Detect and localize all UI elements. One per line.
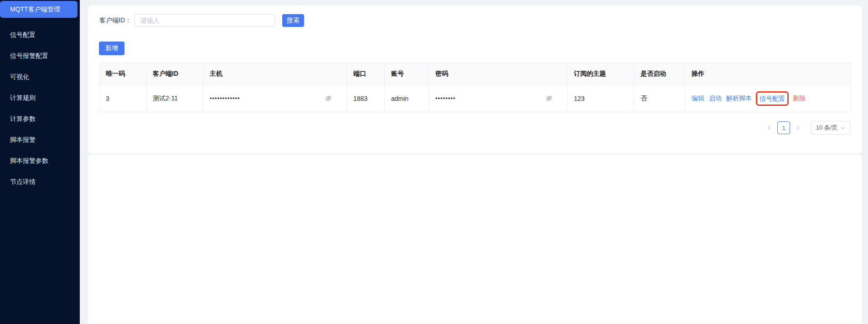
highlight-annotation: 信号配置	[756, 91, 789, 106]
host-eye-off-icon[interactable]	[325, 95, 332, 102]
sidebar-item-signal-alarm-config[interactable]: 信号报警配置	[0, 46, 80, 67]
parse-script-link[interactable]: 解析脚本	[726, 94, 752, 103]
col-account: 账号	[385, 63, 429, 85]
chevron-down-icon	[840, 125, 845, 131]
sidebar-item-script-alarm[interactable]: 脚本报警	[0, 130, 80, 151]
cell-unique-code: 3	[99, 85, 146, 112]
col-client-id: 客户端ID	[146, 63, 203, 85]
client-table: 唯一码 客户端ID 主机 端口 账号 密码 订阅的主题 是否启动 操作 3 测试…	[99, 63, 851, 112]
sidebar-item-mqtt-client-management[interactable]: MQTT客户端管理	[0, 1, 78, 18]
col-port: 端口	[347, 63, 385, 85]
page-size-value: 10 条/页	[816, 124, 838, 132]
page-size-select[interactable]: 10 条/页	[811, 121, 850, 135]
search-button[interactable]: 搜索	[282, 14, 304, 27]
table-header-row: 唯一码 客户端ID 主机 端口 账号 密码 订阅的主题 是否启动 操作	[99, 63, 851, 85]
cell-actions: 编辑 启动 解析脚本 信号配置 删除	[685, 85, 851, 112]
app-root: MQTT客户端管理 信号配置 信号报警配置 可视化 计算规则 计算参数 脚本报警…	[0, 0, 868, 324]
sidebar: MQTT客户端管理 信号配置 信号报警配置 可视化 计算规则 计算参数 脚本报警…	[0, 0, 80, 324]
signal-config-link[interactable]: 信号配置	[760, 95, 785, 102]
col-actions: 操作	[685, 63, 851, 85]
col-topic: 订阅的主题	[568, 63, 634, 85]
page-number-button[interactable]: 1	[777, 121, 790, 134]
col-unique-code: 唯一码	[99, 63, 146, 85]
cell-client-id: 测试2·11	[146, 85, 203, 112]
pagination: 1 10 条/页	[765, 121, 850, 135]
host-masked-value: ••••••••••••	[210, 95, 240, 102]
next-page-icon[interactable]	[794, 121, 803, 134]
search-form: 客户端ID： 搜索	[99, 14, 304, 27]
client-id-label: 客户端ID：	[99, 16, 131, 25]
cell-password: ••••••••	[429, 85, 568, 112]
sidebar-menu: 信号配置 信号报警配置 可视化 计算规则 计算参数 脚本报警 脚本报警参数 节点…	[0, 25, 80, 193]
cell-host: ••••••••••••	[203, 85, 347, 112]
cell-topic: 123	[568, 85, 634, 112]
cell-enabled: 否	[634, 85, 685, 112]
secondary-card	[88, 155, 862, 324]
cell-port: 1883	[347, 85, 385, 112]
sidebar-item-calc-params[interactable]: 计算参数	[0, 109, 80, 130]
sidebar-item-signal-config[interactable]: 信号配置	[0, 25, 80, 46]
cell-account: admin	[385, 85, 429, 112]
client-id-input[interactable]	[134, 14, 275, 27]
col-host: 主机	[203, 63, 347, 85]
sidebar-item-visualization[interactable]: 可视化	[0, 67, 80, 88]
password-masked-value: ••••••••	[435, 95, 455, 102]
delete-link[interactable]: 删除	[793, 94, 806, 103]
sidebar-item-label: MQTT客户端管理	[10, 5, 60, 14]
main-card: 客户端ID： 搜索 新增 唯一码 客户端ID 主机 端口 账号 密码 订阅的主题	[88, 5, 862, 153]
sidebar-item-script-alarm-params[interactable]: 脚本报警参数	[0, 151, 80, 172]
edit-link[interactable]: 编辑	[692, 94, 704, 103]
col-enabled: 是否启动	[634, 63, 685, 85]
sidebar-item-calc-rules[interactable]: 计算规则	[0, 88, 80, 109]
start-link[interactable]: 启动	[709, 94, 722, 103]
prev-page-icon[interactable]	[765, 121, 774, 134]
password-eye-off-icon[interactable]	[546, 95, 553, 102]
add-button[interactable]: 新增	[99, 42, 124, 55]
col-password: 密码	[429, 63, 568, 85]
sidebar-item-node-details[interactable]: 节点详情	[0, 172, 80, 193]
table-row: 3 测试2·11 ••••••••••••	[99, 85, 851, 112]
